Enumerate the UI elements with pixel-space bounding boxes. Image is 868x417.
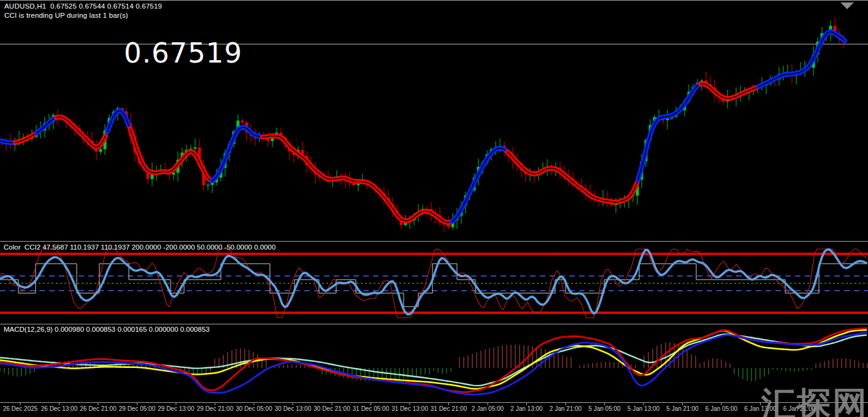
time-axis-label: 29 Dec 05:00 [119,405,156,412]
cci-indicator-label: Color CCI2 47.5687 110.1937 110.1937 200… [4,243,275,251]
time-axis-label: 2 Jan 05:00 [472,405,504,412]
chart-window: AUDUSD,H1 0.67525 0.67544 0.67514 0.6751… [0,0,868,417]
time-axis-label: 30 Dec 21:00 [313,405,350,412]
time-axis-label: 2 Jan 21:00 [550,405,582,412]
macd-layer [0,328,867,394]
time-axis-label: 5 Jan 13:00 [628,405,659,412]
time-axis-label: 29 Dec 21:00 [197,405,234,412]
watermark-text: 汇探网 [761,387,868,417]
time-axis-label: 26 Dec 2025 [3,405,38,412]
time-axis-label: 26 Dec 13:00 [41,405,78,412]
time-axis[interactable]: 26 Dec 202526 Dec 13:0026 Dec 21:0029 De… [0,404,868,417]
time-axis-label: 29 Dec 13:00 [158,405,194,412]
time-axis-label: 2 Jan 13:00 [510,405,542,412]
time-axis-label: 5 Jan 21:00 [666,405,698,412]
current-price-label: 0.67519 [124,38,242,69]
indicator-alert-text: CCI is trending UP during last 1 bar(s) [4,12,128,19]
time-axis-label: 6 Jan 05:00 [705,405,737,412]
symbol-ohlc-header: AUDUSD,H1 0.67525 0.67544 0.67514 0.6751… [4,2,162,10]
scroll-to-end-arrow-icon[interactable] [840,2,854,9]
time-axis-label: 5 Jan 05:00 [588,405,620,412]
time-axis-label: 31 Dec 21:00 [431,405,467,412]
macd-indicator-label: MACD(12,26,9) 0.000980 0.000853 0.000165… [4,326,210,333]
cci-layer [0,249,868,318]
cci-step-wave [0,264,867,307]
time-axis-label: 31 Dec 13:00 [391,405,428,412]
time-axis-label: 31 Dec 05:00 [353,405,390,412]
time-axis-label: 26 Dec 21:00 [80,405,117,412]
time-axis-label: 30 Dec 05:00 [236,405,272,412]
time-axis-label: 30 Dec 13:00 [275,405,312,412]
